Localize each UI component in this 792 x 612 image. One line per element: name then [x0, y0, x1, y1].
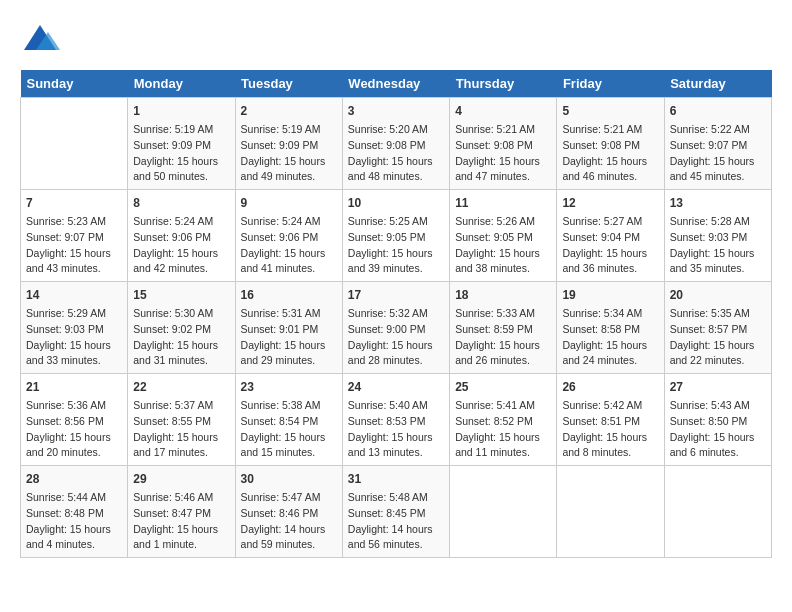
day-number: 2: [241, 102, 337, 120]
calendar-cell: 29Sunrise: 5:46 AMSunset: 8:47 PMDayligh…: [128, 466, 235, 558]
cell-content: Sunrise: 5:21 AMSunset: 9:08 PMDaylight:…: [455, 122, 551, 185]
cell-content: Sunrise: 5:41 AMSunset: 8:52 PMDaylight:…: [455, 398, 551, 461]
day-number: 26: [562, 378, 658, 396]
week-row-2: 7Sunrise: 5:23 AMSunset: 9:07 PMDaylight…: [21, 190, 772, 282]
header-day-saturday: Saturday: [664, 70, 771, 98]
calendar-cell: 15Sunrise: 5:30 AMSunset: 9:02 PMDayligh…: [128, 282, 235, 374]
calendar-cell: 25Sunrise: 5:41 AMSunset: 8:52 PMDayligh…: [450, 374, 557, 466]
day-number: 18: [455, 286, 551, 304]
day-number: 22: [133, 378, 229, 396]
cell-content: Sunrise: 5:28 AMSunset: 9:03 PMDaylight:…: [670, 214, 766, 277]
header-day-friday: Friday: [557, 70, 664, 98]
day-number: 25: [455, 378, 551, 396]
day-number: 23: [241, 378, 337, 396]
day-number: 7: [26, 194, 122, 212]
calendar-cell: 4Sunrise: 5:21 AMSunset: 9:08 PMDaylight…: [450, 98, 557, 190]
calendar-cell: 24Sunrise: 5:40 AMSunset: 8:53 PMDayligh…: [342, 374, 449, 466]
cell-content: Sunrise: 5:19 AMSunset: 9:09 PMDaylight:…: [241, 122, 337, 185]
header-row: SundayMondayTuesdayWednesdayThursdayFrid…: [21, 70, 772, 98]
day-number: 16: [241, 286, 337, 304]
day-number: 28: [26, 470, 122, 488]
day-number: 15: [133, 286, 229, 304]
cell-content: Sunrise: 5:47 AMSunset: 8:46 PMDaylight:…: [241, 490, 337, 553]
header-day-sunday: Sunday: [21, 70, 128, 98]
day-number: 6: [670, 102, 766, 120]
header-day-monday: Monday: [128, 70, 235, 98]
calendar-cell: 16Sunrise: 5:31 AMSunset: 9:01 PMDayligh…: [235, 282, 342, 374]
calendar-cell: 6Sunrise: 5:22 AMSunset: 9:07 PMDaylight…: [664, 98, 771, 190]
calendar-cell: 7Sunrise: 5:23 AMSunset: 9:07 PMDaylight…: [21, 190, 128, 282]
logo-icon: [20, 20, 60, 60]
cell-content: Sunrise: 5:22 AMSunset: 9:07 PMDaylight:…: [670, 122, 766, 185]
cell-content: Sunrise: 5:30 AMSunset: 9:02 PMDaylight:…: [133, 306, 229, 369]
calendar-cell: 21Sunrise: 5:36 AMSunset: 8:56 PMDayligh…: [21, 374, 128, 466]
logo: [20, 20, 64, 60]
calendar-cell: 3Sunrise: 5:20 AMSunset: 9:08 PMDaylight…: [342, 98, 449, 190]
header-day-thursday: Thursday: [450, 70, 557, 98]
calendar-cell: 1Sunrise: 5:19 AMSunset: 9:09 PMDaylight…: [128, 98, 235, 190]
header: [20, 20, 772, 60]
cell-content: Sunrise: 5:29 AMSunset: 9:03 PMDaylight:…: [26, 306, 122, 369]
calendar-cell: 14Sunrise: 5:29 AMSunset: 9:03 PMDayligh…: [21, 282, 128, 374]
calendar-cell: 27Sunrise: 5:43 AMSunset: 8:50 PMDayligh…: [664, 374, 771, 466]
calendar-cell: 31Sunrise: 5:48 AMSunset: 8:45 PMDayligh…: [342, 466, 449, 558]
calendar-cell: 19Sunrise: 5:34 AMSunset: 8:58 PMDayligh…: [557, 282, 664, 374]
day-number: 12: [562, 194, 658, 212]
cell-content: Sunrise: 5:19 AMSunset: 9:09 PMDaylight:…: [133, 122, 229, 185]
calendar-header: SundayMondayTuesdayWednesdayThursdayFrid…: [21, 70, 772, 98]
calendar-cell: 8Sunrise: 5:24 AMSunset: 9:06 PMDaylight…: [128, 190, 235, 282]
cell-content: Sunrise: 5:34 AMSunset: 8:58 PMDaylight:…: [562, 306, 658, 369]
cell-content: Sunrise: 5:33 AMSunset: 8:59 PMDaylight:…: [455, 306, 551, 369]
cell-content: Sunrise: 5:32 AMSunset: 9:00 PMDaylight:…: [348, 306, 444, 369]
calendar-cell: 10Sunrise: 5:25 AMSunset: 9:05 PMDayligh…: [342, 190, 449, 282]
calendar-cell: 28Sunrise: 5:44 AMSunset: 8:48 PMDayligh…: [21, 466, 128, 558]
calendar-cell: 13Sunrise: 5:28 AMSunset: 9:03 PMDayligh…: [664, 190, 771, 282]
calendar-cell: 9Sunrise: 5:24 AMSunset: 9:06 PMDaylight…: [235, 190, 342, 282]
calendar-cell: 11Sunrise: 5:26 AMSunset: 9:05 PMDayligh…: [450, 190, 557, 282]
cell-content: Sunrise: 5:46 AMSunset: 8:47 PMDaylight:…: [133, 490, 229, 553]
day-number: 8: [133, 194, 229, 212]
calendar-cell: 5Sunrise: 5:21 AMSunset: 9:08 PMDaylight…: [557, 98, 664, 190]
day-number: 17: [348, 286, 444, 304]
header-day-wednesday: Wednesday: [342, 70, 449, 98]
day-number: 29: [133, 470, 229, 488]
day-number: 20: [670, 286, 766, 304]
calendar-body: 1Sunrise: 5:19 AMSunset: 9:09 PMDaylight…: [21, 98, 772, 558]
calendar-cell: 12Sunrise: 5:27 AMSunset: 9:04 PMDayligh…: [557, 190, 664, 282]
cell-content: Sunrise: 5:48 AMSunset: 8:45 PMDaylight:…: [348, 490, 444, 553]
day-number: 30: [241, 470, 337, 488]
calendar-cell: 18Sunrise: 5:33 AMSunset: 8:59 PMDayligh…: [450, 282, 557, 374]
calendar-cell: [21, 98, 128, 190]
day-number: 5: [562, 102, 658, 120]
day-number: 9: [241, 194, 337, 212]
day-number: 3: [348, 102, 444, 120]
calendar-cell: 22Sunrise: 5:37 AMSunset: 8:55 PMDayligh…: [128, 374, 235, 466]
cell-content: Sunrise: 5:27 AMSunset: 9:04 PMDaylight:…: [562, 214, 658, 277]
day-number: 10: [348, 194, 444, 212]
calendar-cell: [557, 466, 664, 558]
cell-content: Sunrise: 5:37 AMSunset: 8:55 PMDaylight:…: [133, 398, 229, 461]
day-number: 27: [670, 378, 766, 396]
calendar-cell: [450, 466, 557, 558]
week-row-1: 1Sunrise: 5:19 AMSunset: 9:09 PMDaylight…: [21, 98, 772, 190]
cell-content: Sunrise: 5:31 AMSunset: 9:01 PMDaylight:…: [241, 306, 337, 369]
cell-content: Sunrise: 5:38 AMSunset: 8:54 PMDaylight:…: [241, 398, 337, 461]
cell-content: Sunrise: 5:43 AMSunset: 8:50 PMDaylight:…: [670, 398, 766, 461]
week-row-5: 28Sunrise: 5:44 AMSunset: 8:48 PMDayligh…: [21, 466, 772, 558]
cell-content: Sunrise: 5:44 AMSunset: 8:48 PMDaylight:…: [26, 490, 122, 553]
day-number: 11: [455, 194, 551, 212]
calendar-table: SundayMondayTuesdayWednesdayThursdayFrid…: [20, 70, 772, 558]
cell-content: Sunrise: 5:42 AMSunset: 8:51 PMDaylight:…: [562, 398, 658, 461]
cell-content: Sunrise: 5:35 AMSunset: 8:57 PMDaylight:…: [670, 306, 766, 369]
day-number: 24: [348, 378, 444, 396]
day-number: 1: [133, 102, 229, 120]
cell-content: Sunrise: 5:26 AMSunset: 9:05 PMDaylight:…: [455, 214, 551, 277]
cell-content: Sunrise: 5:40 AMSunset: 8:53 PMDaylight:…: [348, 398, 444, 461]
cell-content: Sunrise: 5:36 AMSunset: 8:56 PMDaylight:…: [26, 398, 122, 461]
cell-content: Sunrise: 5:24 AMSunset: 9:06 PMDaylight:…: [133, 214, 229, 277]
calendar-cell: 2Sunrise: 5:19 AMSunset: 9:09 PMDaylight…: [235, 98, 342, 190]
calendar-cell: 30Sunrise: 5:47 AMSunset: 8:46 PMDayligh…: [235, 466, 342, 558]
cell-content: Sunrise: 5:21 AMSunset: 9:08 PMDaylight:…: [562, 122, 658, 185]
day-number: 21: [26, 378, 122, 396]
calendar-cell: 17Sunrise: 5:32 AMSunset: 9:00 PMDayligh…: [342, 282, 449, 374]
